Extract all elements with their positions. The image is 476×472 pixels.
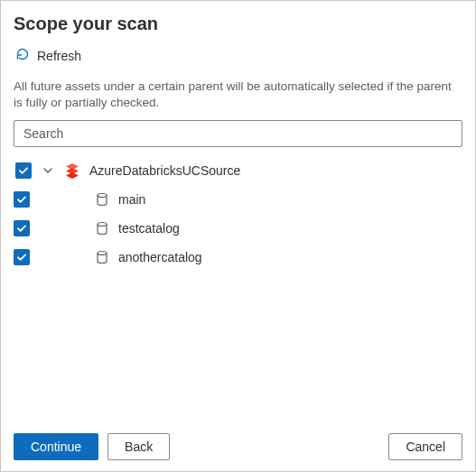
scope-scan-panel: Scope your scan Refresh All future asset… bbox=[0, 0, 476, 472]
checkbox-item[interactable] bbox=[14, 191, 30, 208]
databricks-icon bbox=[64, 162, 80, 179]
refresh-button[interactable]: Refresh bbox=[14, 43, 83, 73]
refresh-icon bbox=[15, 47, 30, 64]
svg-point-0 bbox=[98, 194, 107, 198]
tree-item-label: testcatalog bbox=[118, 221, 180, 236]
description-text: All future assets under a certain parent… bbox=[14, 79, 462, 111]
page-title: Scope your scan bbox=[14, 14, 462, 34]
footer-bar: Continue Back Cancel bbox=[14, 424, 462, 471]
checkbox-root[interactable] bbox=[15, 162, 32, 179]
catalog-icon bbox=[95, 250, 109, 264]
tree-row[interactable]: main bbox=[14, 185, 462, 214]
svg-point-1 bbox=[98, 223, 107, 227]
cancel-button[interactable]: Cancel bbox=[388, 433, 462, 460]
checkbox-item[interactable] bbox=[14, 220, 30, 236]
continue-button[interactable]: Continue bbox=[14, 433, 98, 460]
catalog-icon bbox=[95, 221, 109, 236]
catalog-icon bbox=[95, 192, 109, 207]
tree-item-label: main bbox=[118, 192, 145, 207]
refresh-label: Refresh bbox=[37, 49, 81, 63]
tree-root-row[interactable]: AzureDatabricksUCSource bbox=[14, 156, 462, 185]
search-input[interactable] bbox=[14, 120, 462, 147]
svg-point-2 bbox=[98, 252, 107, 255]
tree-root-label: AzureDatabricksUCSource bbox=[89, 163, 240, 178]
tree-row[interactable]: anothercatalog bbox=[14, 243, 462, 272]
asset-tree: AzureDatabricksUCSource main bbox=[14, 156, 462, 424]
tree-item-label: anothercatalog bbox=[118, 250, 202, 264]
chevron-down-icon[interactable] bbox=[41, 163, 55, 178]
tree-row[interactable]: testcatalog bbox=[14, 214, 462, 243]
back-button[interactable]: Back bbox=[107, 433, 170, 460]
checkbox-item[interactable] bbox=[14, 249, 30, 265]
